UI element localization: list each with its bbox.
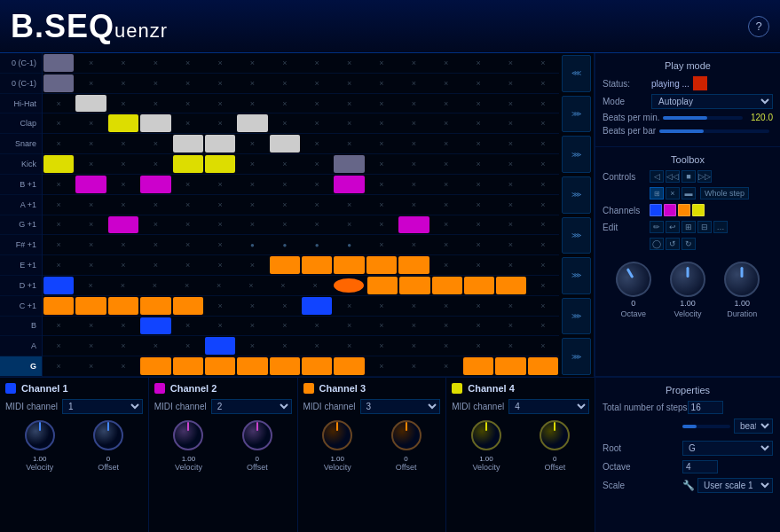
seq-cell[interactable]: × — [237, 74, 267, 92]
seq-cell[interactable]: × — [43, 317, 74, 335]
seq-cell[interactable]: × — [398, 54, 429, 72]
seq-cell[interactable]: × — [528, 95, 558, 113]
seq-cell[interactable]: × — [398, 114, 429, 132]
seq-cell[interactable]: × — [237, 135, 267, 153]
seq-cell[interactable]: × — [463, 54, 493, 72]
seq-cell[interactable]: × — [366, 114, 397, 132]
seq-cell[interactable]: × — [75, 337, 106, 355]
seq-cell[interactable] — [334, 278, 364, 293]
seq-cell[interactable]: × — [366, 196, 397, 214]
seq-cell[interactable]: × — [431, 216, 461, 234]
seq-cell[interactable]: × — [173, 74, 203, 92]
seq-cell[interactable]: × — [528, 297, 558, 315]
seq-cell[interactable]: × — [528, 196, 558, 214]
seq-cell[interactable]: × — [236, 277, 266, 294]
seq-cell[interactable]: × — [366, 216, 397, 234]
seq-cell[interactable]: × — [237, 176, 267, 193]
seq-cell[interactable]: × — [205, 216, 235, 234]
midi-select-3[interactable]: 1234 — [360, 399, 441, 414]
seq-cell[interactable] — [140, 176, 170, 193]
seq-cell[interactable]: × — [398, 196, 429, 214]
seq-cell[interactable]: × — [366, 236, 397, 254]
seq-cell[interactable]: × — [334, 317, 364, 335]
seq-cell[interactable] — [205, 357, 235, 375]
seq-cell[interactable] — [237, 236, 267, 254]
seq-cell[interactable]: × — [302, 196, 332, 214]
seq-cell[interactable]: × — [270, 297, 300, 315]
seq-cell[interactable]: × — [528, 216, 558, 234]
seq-cell[interactable]: × — [140, 74, 170, 92]
seq-cell[interactable]: × — [108, 54, 138, 72]
seq-cell[interactable]: × — [139, 277, 169, 294]
seq-cell[interactable]: × — [334, 337, 364, 355]
seq-cell[interactable]: × — [495, 317, 525, 335]
seq-cell[interactable] — [270, 135, 300, 153]
seq-cell[interactable] — [432, 277, 462, 294]
seq-cell[interactable]: × — [108, 196, 138, 214]
seq-cell[interactable]: × — [270, 196, 300, 214]
seq-cell[interactable]: × — [495, 95, 525, 113]
seq-cell[interactable]: × — [270, 216, 300, 234]
col-btn-3[interactable]: ⋙ — [562, 136, 591, 173]
seq-cell[interactable] — [75, 176, 106, 193]
seq-cell[interactable]: × — [334, 216, 364, 234]
seq-cell[interactable] — [237, 357, 267, 375]
seq-cell[interactable]: × — [108, 317, 138, 335]
seq-cell[interactable]: × — [398, 74, 429, 92]
seq-cell[interactable]: × — [431, 74, 461, 92]
seq-cell[interactable]: × — [43, 176, 74, 193]
seq-cell[interactable] — [302, 236, 332, 254]
col-btn-2[interactable]: ⋙ — [562, 96, 591, 133]
seq-cell[interactable]: × — [302, 54, 332, 72]
col-btn-6[interactable]: ⋙ — [562, 257, 591, 294]
seq-cell[interactable] — [334, 236, 364, 254]
seq-cell[interactable] — [43, 297, 74, 315]
seq-cell[interactable]: × — [398, 95, 429, 113]
seq-cell[interactable] — [270, 236, 300, 254]
seq-cell[interactable]: × — [366, 337, 397, 355]
tb-rew-btn[interactable]: ◁◁ — [666, 170, 680, 183]
seq-cell[interactable]: × — [528, 74, 558, 92]
seq-cell[interactable]: × — [75, 135, 106, 153]
seq-cell[interactable]: × — [495, 74, 525, 92]
seq-cell[interactable]: × — [528, 114, 558, 132]
seq-cell[interactable]: × — [398, 155, 429, 173]
seq-cell[interactable]: × — [431, 176, 461, 193]
seq-cell[interactable] — [108, 114, 138, 132]
seq-cell[interactable]: × — [528, 277, 558, 294]
seq-cell[interactable]: × — [528, 337, 558, 355]
seq-cell[interactable]: × — [495, 196, 525, 214]
seq-cell[interactable]: × — [108, 176, 138, 193]
edit-circ-btn[interactable]: ◯ — [650, 238, 664, 250]
channel-color-1[interactable] — [650, 204, 662, 216]
seq-cell[interactable]: × — [43, 337, 74, 355]
seq-cell[interactable]: × — [173, 216, 203, 234]
midi-select-4[interactable]: 1234 — [508, 399, 589, 414]
seq-cell[interactable]: × — [302, 337, 332, 355]
seq-cell[interactable]: × — [366, 155, 397, 173]
seq-cell[interactable]: × — [107, 277, 138, 294]
ch3-offset-knob[interactable] — [390, 419, 422, 451]
seq-cell[interactable]: × — [495, 236, 525, 254]
seq-cell[interactable]: × — [463, 95, 493, 113]
seq-cell[interactable] — [237, 114, 267, 132]
seq-cell[interactable]: × — [75, 357, 106, 375]
seq-cell[interactable]: × — [302, 135, 332, 153]
seq-cell[interactable] — [173, 297, 203, 315]
seq-cell[interactable]: × — [237, 297, 267, 315]
seq-cell[interactable]: × — [75, 277, 106, 294]
seq-cell[interactable]: × — [173, 176, 203, 193]
seq-cell[interactable] — [43, 54, 74, 72]
seq-cell[interactable]: × — [75, 54, 106, 72]
seq-cell[interactable]: × — [398, 337, 429, 355]
seq-cell[interactable] — [43, 155, 74, 173]
whole-step-button[interactable]: Whole step — [700, 187, 749, 200]
seq-cell[interactable]: × — [495, 155, 525, 173]
seq-cell[interactable]: × — [108, 155, 138, 173]
seq-cell[interactable] — [140, 297, 170, 315]
seq-cell[interactable]: × — [270, 54, 300, 72]
seq-cell[interactable]: × — [140, 337, 170, 355]
col-btn-7[interactable]: ⋙ — [562, 298, 591, 335]
tb-stop-btn[interactable]: ■ — [682, 170, 696, 183]
col-btn-8[interactable]: ⋙ — [562, 338, 591, 375]
